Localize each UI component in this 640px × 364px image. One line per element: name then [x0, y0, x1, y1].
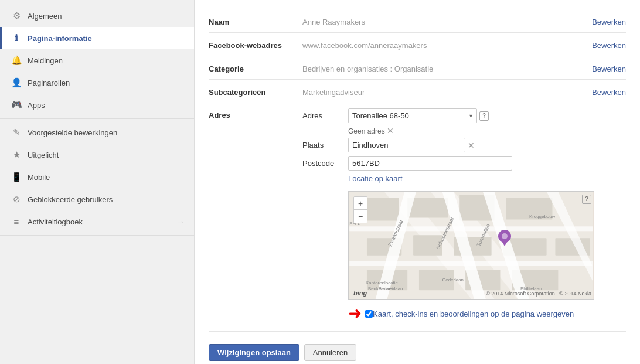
- locatie-link-wrap: Locatie op kaart: [302, 174, 626, 188]
- sidebar-icon-algemeen: ⚙: [11, 11, 22, 21]
- svg-rect-4: [349, 226, 593, 231]
- map-pin: [498, 230, 511, 249]
- sidebar-label-geblokkeerde-gebruikers: Geblokkeerde gebruikers: [28, 195, 185, 204]
- sidebar-icon-pagina-informatie: ℹ: [11, 33, 22, 43]
- form-row-label: Naam: [209, 15, 302, 26]
- street-input-wrap: Torenallee 68-50 ?: [348, 108, 626, 123]
- form-row-edit-link[interactable]: Bewerken: [592, 39, 626, 50]
- svg-marker-34: [501, 239, 509, 246]
- form-row-label: Facebook-webadres: [209, 39, 302, 50]
- save-button[interactable]: Wijzigingen opslaan: [209, 344, 299, 361]
- sidebar-label-pagina-informatie: Pagina-informatie: [28, 34, 185, 43]
- sidebar-divider: [0, 235, 194, 236]
- main-content: Naam Anne Raaymakers Bewerken Facebook-w…: [195, 0, 640, 364]
- arrow-and-checkbox-row: ➜ Kaart, check-ins en beoordelingen op d…: [348, 305, 626, 322]
- map-svg: Zwaanstraat Schootsestraat Torenallee PH…: [349, 192, 594, 299]
- sidebar-label-mobile: Mobile: [28, 173, 185, 182]
- sidebar-label-voorgestelde-bewerkingen: Voorgestelde bewerkingen: [28, 128, 185, 137]
- svg-point-35: [502, 233, 508, 239]
- form-row-subcategorie-n: Subcategorieën Marketingadviseur Bewerke…: [209, 80, 626, 103]
- street-row: Adres Torenallee 68-50 ?: [302, 108, 626, 123]
- map-copyright: © 2014 Microsoft Corporation · © 2014 No…: [486, 291, 591, 297]
- postcode-row: Postcode: [302, 156, 626, 171]
- form-row-label: Subcategorieën: [209, 86, 302, 97]
- checkbox-label: Kaart, check-ins en beoordelingen op de …: [373, 309, 574, 318]
- map-checkbox[interactable]: [365, 310, 373, 318]
- form-row-edit-link[interactable]: Bewerken: [592, 62, 626, 73]
- form-row-value: Bedrijven en organisaties : Organisatie: [302, 62, 592, 73]
- form-row-facebook-webadres: Facebook-webadres www.facebook.com/anner…: [209, 33, 626, 56]
- plaats-row: Plaats ✕: [302, 138, 626, 152]
- sidebar-item-geblokkeerde-gebruikers[interactable]: ⊘ Geblokkeerde gebruikers: [0, 188, 194, 210]
- plaats-label: Plaats: [302, 141, 343, 149]
- form-row-categorie: Categorie Bedrijven en organisaties : Or…: [209, 56, 626, 80]
- sidebar-item-algemeen[interactable]: ⚙ Algemeen: [0, 5, 194, 27]
- street-help-badge: ?: [479, 111, 489, 121]
- postcode-input[interactable]: [348, 156, 512, 171]
- form-rows: Naam Anne Raaymakers Bewerken Facebook-w…: [209, 9, 626, 103]
- sidebar: ⚙ Algemeen ℹ Pagina-informatie 🔔 Melding…: [0, 0, 195, 364]
- sidebar-item-paginarollen[interactable]: 👤 Paginarollen: [0, 72, 194, 94]
- street-label: Adres: [302, 111, 343, 120]
- zoom-out-button[interactable]: −: [354, 210, 367, 223]
- sidebar-item-apps[interactable]: 🎮 Apps: [0, 94, 194, 116]
- sidebar-icon-mobile: 📱: [11, 172, 22, 182]
- sidebar-label-algemeen: Algemeen: [28, 12, 185, 21]
- sidebar-item-uitgelicht[interactable]: ★ Uitgelicht: [0, 144, 194, 166]
- form-row-edit-link[interactable]: Bewerken: [592, 15, 626, 26]
- map-container: Zwaanstraat Schootsestraat Torenallee PH…: [348, 191, 594, 300]
- sidebar-icon-paginarollen: 👤: [11, 77, 22, 88]
- street-select[interactable]: Torenallee 68-50: [348, 108, 477, 123]
- geen-adres-close[interactable]: ✕: [387, 126, 394, 135]
- address-section: Adres Adres Torenallee 68-50 ? Geen adre…: [209, 103, 626, 329]
- button-row: Wijzigingen opslaan Annuleren: [209, 338, 626, 361]
- sidebar-icon-uitgelicht: ★: [11, 149, 22, 160]
- plaats-close[interactable]: ✕: [468, 141, 475, 149]
- plaats-input[interactable]: [348, 138, 465, 152]
- sidebar-icon-apps: 🎮: [11, 100, 22, 110]
- sidebar-item-pagina-informatie[interactable]: ℹ Pagina-informatie: [0, 27, 194, 49]
- form-row-label: Categorie: [209, 62, 302, 73]
- sidebar-item-mobile[interactable]: 📱 Mobile: [0, 166, 194, 188]
- sidebar-label-uitgelicht: Uitgelicht: [28, 151, 185, 159]
- form-row-edit-link[interactable]: Bewerken: [592, 86, 626, 97]
- map-help-badge: ?: [582, 194, 591, 204]
- zoom-in-button[interactable]: +: [354, 197, 367, 210]
- svg-text:Cederlaan: Cederlaan: [442, 277, 464, 283]
- locatie-op-kaart-link[interactable]: Locatie op kaart: [348, 174, 403, 183]
- svg-rect-6: [367, 198, 399, 221]
- svg-text:Beukendael: Beukendael: [368, 286, 393, 291]
- sidebar-label-apps: Apps: [28, 101, 185, 110]
- sidebar-item-voorgestelde-bewerkingen[interactable]: ✎ Voorgestelde bewerkingen: [0, 121, 194, 144]
- sidebar-label-activiteitlogboek: Activiteitlogboek: [28, 217, 171, 226]
- sidebar-icon-geblokkeerde-gebruikers: ⊘: [11, 194, 22, 205]
- bing-logo: bing: [353, 290, 367, 297]
- geen-adres: Geen adres ✕: [348, 127, 626, 135]
- svg-text:Kantorenlocatie: Kantorenlocatie: [366, 280, 399, 285]
- sidebar-label-meldingen: Meldingen: [28, 56, 185, 65]
- sidebar-icon-meldingen: 🔔: [11, 55, 22, 66]
- address-section-label: Adres: [209, 108, 302, 120]
- cancel-button[interactable]: Annuleren: [304, 344, 356, 361]
- postcode-label: Postcode: [302, 159, 343, 168]
- sidebar-arrow-activiteitlogboek: →: [176, 217, 185, 226]
- sidebar-item-meldingen[interactable]: 🔔 Meldingen: [0, 49, 194, 72]
- sidebar-item-activiteitlogboek[interactable]: ≡ Activiteitlogboek →: [0, 210, 194, 233]
- form-row-naam: Naam Anne Raaymakers Bewerken: [209, 9, 626, 33]
- sidebar-icon-activiteitlogboek: ≡: [11, 216, 22, 227]
- plaats-input-wrap: ✕: [348, 138, 626, 152]
- map-zoom-controls: + −: [353, 196, 367, 223]
- form-row-value: Marketingadviseur: [302, 86, 592, 97]
- sidebar-label-paginarollen: Paginarollen: [28, 79, 185, 87]
- street-select-wrap: Torenallee 68-50: [348, 108, 477, 123]
- address-fields: Adres Torenallee 68-50 ? Geen adres ✕ Pl…: [302, 108, 626, 323]
- sidebar-divider: [0, 118, 194, 119]
- red-arrow-icon: ➜: [348, 305, 362, 322]
- form-row-value: Anne Raaymakers: [302, 15, 592, 26]
- form-row-value: www.facebook.com/anneraaymakers: [302, 39, 592, 50]
- sidebar-icon-voorgestelde-bewerkingen: ✎: [11, 127, 22, 138]
- svg-text:Kroggebouw: Kroggebouw: [529, 214, 556, 219]
